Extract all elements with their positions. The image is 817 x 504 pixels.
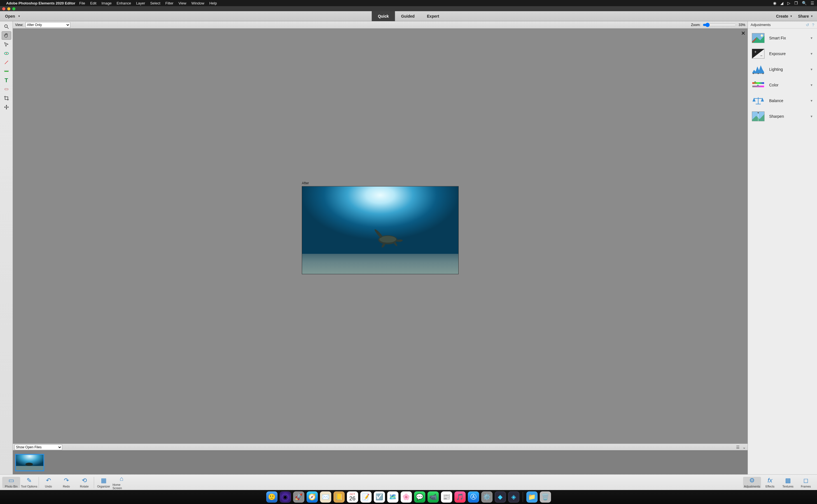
zoom-slider[interactable] <box>703 23 736 27</box>
mode-tab-guided[interactable]: Guided <box>395 11 421 21</box>
chevron-down-icon: ▼ <box>810 36 813 40</box>
bottombar-textures[interactable]: ▩Textures <box>779 477 797 488</box>
bottombar-organizer[interactable]: ▦Organizer <box>95 477 112 488</box>
dock-photos[interactable]: 🌸 <box>401 491 412 503</box>
view-mode-select[interactable]: After Only <box>25 22 70 28</box>
displays-icon[interactable]: ❐ <box>794 1 798 5</box>
adjustment-lighting[interactable]: Lighting ▼ <box>749 62 816 77</box>
red-eye-tool[interactable] <box>2 49 11 58</box>
undo-icon: ↶ <box>46 477 51 484</box>
dock-music[interactable]: 🎵 <box>454 491 466 503</box>
share-menu-button[interactable]: Share▼ <box>798 14 813 18</box>
dock-notes[interactable]: 📝 <box>360 491 372 503</box>
smartfix-icon <box>752 33 765 43</box>
photobin-thumbnail[interactable] <box>15 454 44 471</box>
menu-file[interactable]: File <box>79 1 85 5</box>
svg-rect-5 <box>4 71 8 72</box>
bottombar-frames[interactable]: ◻Frames <box>797 477 815 488</box>
dock-trash[interactable]: 🗑️ <box>540 491 551 503</box>
zoom-tool[interactable] <box>2 22 11 31</box>
window-close-button[interactable] <box>2 7 5 10</box>
menu-layer[interactable]: Layer <box>136 1 145 5</box>
adjustment-smartfix[interactable]: Smart Fix ▼ <box>749 30 816 46</box>
menu-view[interactable]: View <box>178 1 186 5</box>
dock-finder[interactable]: 🙂 <box>266 491 278 503</box>
frames-icon: ◻ <box>803 477 808 484</box>
dock-reminders[interactable]: ☑️ <box>374 491 385 503</box>
adjustment-exposure[interactable]: +− Exposure ▼ <box>749 46 816 62</box>
image-turtle-subject <box>371 229 410 248</box>
menu-filter[interactable]: Filter <box>165 1 173 5</box>
app-name-label[interactable]: Adobe Photoshop Elements 2020 Editor <box>6 1 75 5</box>
bottombar-tooloptions[interactable]: ✎Tool Options <box>20 477 38 488</box>
menu-enhance[interactable]: Enhance <box>117 1 131 5</box>
document-image[interactable] <box>302 186 459 274</box>
chevron-down-icon: ▼ <box>810 83 813 87</box>
bottombar-homescreen[interactable]: ⌂Home Screen <box>112 475 130 490</box>
dock-settings[interactable]: ⚙️ <box>481 491 492 503</box>
adjustment-sharpen[interactable]: Sharpen ▼ <box>749 109 816 124</box>
move-tool[interactable] <box>2 103 11 111</box>
window-minimize-button[interactable] <box>7 7 10 10</box>
dock-messages[interactable]: 💬 <box>414 491 425 503</box>
quick-select-tool[interactable] <box>2 40 11 49</box>
create-menu-button[interactable]: Create▼ <box>776 14 793 18</box>
dock-maps[interactable]: 🗺️ <box>387 491 398 503</box>
straighten-tool[interactable] <box>2 67 11 76</box>
adjustment-color[interactable]: Color ▼ <box>749 77 816 93</box>
dock-mail[interactable]: ✉️ <box>320 491 331 503</box>
chevron-down-icon[interactable]: ⌄ <box>743 445 746 449</box>
dock-pse-organizer[interactable]: ◆ <box>495 491 506 503</box>
bottombar-rotate[interactable]: ⟲Rotate <box>75 477 93 488</box>
close-document-button[interactable]: ✕ <box>741 30 745 36</box>
dock-downloads[interactable]: 📁 <box>526 491 537 503</box>
dock-siri[interactable]: ◉ <box>280 491 291 503</box>
whiten-teeth-tool[interactable] <box>2 58 11 67</box>
dock-contacts[interactable]: 📒 <box>334 491 345 503</box>
menu-window[interactable]: Window <box>191 1 204 5</box>
mode-tab-quick[interactable]: Quick <box>372 11 395 21</box>
photobin-select[interactable]: Show Open Files <box>15 444 62 450</box>
dock-calendar[interactable]: OCT26 <box>347 491 358 503</box>
list-view-icon[interactable]: ☰ <box>736 445 740 449</box>
bottombar-photobin[interactable]: ▭Photo Bin <box>2 477 20 488</box>
dock-news[interactable]: 📰 <box>441 491 452 503</box>
dock-appstore[interactable]: Ⓐ <box>468 491 479 503</box>
creative-cloud-icon[interactable]: ◉ <box>773 1 776 5</box>
menu-select[interactable]: Select <box>150 1 160 5</box>
bottombar-adjustments[interactable]: ⚙Adjustments <box>743 477 761 488</box>
text-tool-icon: T <box>4 77 8 84</box>
adjustments-panel: Adjustments ↺ ? Smart Fix ▼ +− Exposure … <box>748 21 817 474</box>
help-icon[interactable]: ? <box>812 23 814 27</box>
text-tool[interactable]: T <box>2 76 11 84</box>
dock-launchpad[interactable]: 🚀 <box>293 491 304 503</box>
crop-tool[interactable] <box>2 94 11 102</box>
bottombar-effects[interactable]: fxEffects <box>761 477 779 488</box>
adjustment-balance[interactable]: Balance ▼ <box>749 93 816 109</box>
canvas-area[interactable]: ✕ After <box>13 29 748 444</box>
dock-pse-editor[interactable]: ◈ <box>508 491 519 503</box>
window-zoom-button[interactable] <box>12 7 15 10</box>
airplay-icon[interactable]: ▷ <box>787 1 790 5</box>
textures-label: Textures <box>782 485 794 488</box>
menu-help[interactable]: Help <box>210 1 217 5</box>
dock-facetime[interactable]: 📹 <box>428 491 439 503</box>
adjustments-icon: ⚙ <box>749 477 755 484</box>
spotlight-icon[interactable]: 🔍 <box>802 1 807 5</box>
dock-safari[interactable]: 🧭 <box>307 491 318 503</box>
after-label: After <box>302 181 459 185</box>
bottombar-redo[interactable]: ↷Redo <box>57 477 75 488</box>
reset-icon[interactable]: ↺ <box>806 23 809 27</box>
control-center-icon[interactable]: ☰ <box>811 1 814 5</box>
app-topbar: Open ▼ Quick Guided Expert Create▼ Share… <box>0 11 817 21</box>
color-icon <box>752 80 765 90</box>
notifications-icon[interactable]: ◢ <box>780 1 783 5</box>
menu-edit[interactable]: Edit <box>90 1 96 5</box>
mode-tab-expert[interactable]: Expert <box>421 11 445 21</box>
open-menu-button[interactable]: Open ▼ <box>0 11 25 21</box>
spot-heal-tool[interactable] <box>2 85 11 93</box>
menu-image[interactable]: Image <box>101 1 111 5</box>
bottombar-undo[interactable]: ↶Undo <box>39 477 57 488</box>
hand-tool[interactable] <box>2 31 11 40</box>
canvas-column: View: After Only Zoom: 33% ✕ After <box>13 21 748 474</box>
